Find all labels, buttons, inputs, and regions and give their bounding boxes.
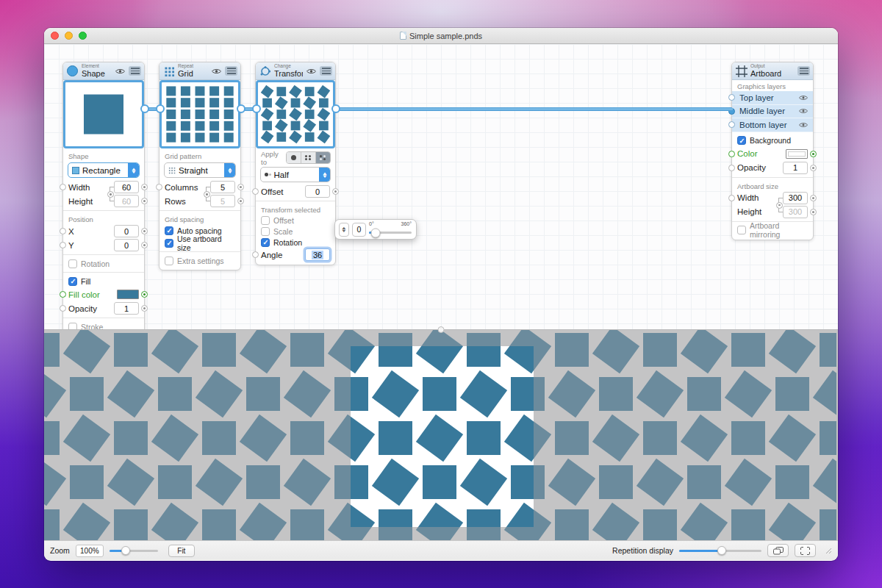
node-menu-icon[interactable]: [225, 66, 237, 76]
zoom-value-input[interactable]: 100%: [76, 545, 104, 557]
width-input-port[interactable]: [728, 195, 735, 201]
top-layer-port[interactable]: [728, 94, 735, 101]
columns-input[interactable]: 5: [210, 181, 235, 193]
height-input[interactable]: 300: [783, 206, 808, 218]
background-color-swatch[interactable]: [786, 149, 808, 159]
fill-color-output-port[interactable]: [141, 291, 148, 298]
eye-icon[interactable]: [115, 68, 126, 74]
rotation-checkbox[interactable]: [261, 238, 270, 247]
width-input-port[interactable]: [60, 184, 66, 190]
node-transform[interactable]: Change Transform Apply to: [255, 62, 336, 265]
node-menu-icon[interactable]: [129, 66, 141, 76]
offset-checkbox-row[interactable]: Offset: [256, 215, 335, 226]
node-artboard[interactable]: Output Artboard Graphics layers Top laye…: [731, 62, 814, 240]
eye-icon[interactable]: [211, 68, 222, 74]
transform-output-port[interactable]: [331, 104, 340, 113]
repetition-slider-knob[interactable]: [717, 546, 726, 555]
pattern-preview-area[interactable]: [44, 329, 838, 540]
node-artboard-header[interactable]: Output Artboard: [732, 62, 813, 80]
angle-slider[interactable]: 0° 360°: [369, 220, 412, 239]
window-titlebar[interactable]: Simple sample.pnds: [44, 28, 838, 44]
zoom-slider-knob[interactable]: [121, 546, 130, 555]
layer-row-bottom[interactable]: Bottom layer: [732, 118, 813, 132]
angle-input[interactable]: 36: [305, 248, 330, 261]
background-checkbox-row[interactable]: Background: [732, 135, 813, 147]
bottom-layer-port[interactable]: [728, 121, 735, 128]
stepper-icon[interactable]: ▲▼: [319, 168, 330, 182]
angle-slider-track[interactable]: [369, 232, 412, 234]
width-output-port[interactable]: [141, 184, 148, 190]
height-input[interactable]: 60: [114, 195, 139, 207]
apply-grid-segment[interactable]: [301, 152, 315, 163]
opacity-output-port[interactable]: [141, 305, 148, 312]
background-checkbox[interactable]: [737, 136, 746, 145]
apply-all-segment[interactable]: [287, 152, 301, 163]
transform-input-port[interactable]: [252, 104, 261, 113]
fill-checkbox[interactable]: [68, 277, 77, 286]
splitter-handle[interactable]: [438, 326, 445, 333]
node-shape-header[interactable]: Element Shape: [63, 62, 144, 80]
stepper-icon[interactable]: ▲▼: [224, 163, 235, 177]
apply-to-segmented-control[interactable]: [286, 151, 331, 164]
node-menu-icon[interactable]: [797, 66, 810, 76]
eye-icon[interactable]: [797, 108, 808, 114]
fullscreen-button[interactable]: [795, 544, 816, 557]
node-transform-header[interactable]: Change Transform: [256, 62, 335, 80]
x-input-port[interactable]: [60, 228, 66, 234]
width-output-port[interactable]: [810, 195, 817, 201]
offset-input[interactable]: 0: [305, 185, 330, 198]
popover-value-input[interactable]: 0: [352, 223, 366, 237]
node-grid-header[interactable]: Repeat Grid: [159, 62, 240, 80]
repetition-slider[interactable]: [679, 550, 761, 552]
mirroring-checkbox-row[interactable]: Artboard mirroring: [732, 224, 813, 237]
half-mode-select[interactable]: Half ▲▼: [260, 167, 331, 182]
connection-transform-artboard[interactable]: [337, 107, 733, 111]
extra-settings-checkbox[interactable]: [165, 257, 173, 265]
node-grid[interactable]: Repeat Grid Grid pattern Straight: [159, 62, 241, 270]
rotation-checkbox-row[interactable]: Rotation: [63, 257, 144, 270]
y-output-port[interactable]: [141, 242, 148, 248]
fit-button[interactable]: Fit: [168, 545, 195, 557]
stepper-icon[interactable]: ▲▼: [128, 163, 139, 177]
height-output-port[interactable]: [810, 209, 817, 215]
use-artboard-checkbox-row[interactable]: Use artboard size: [159, 237, 240, 249]
layer-row-top[interactable]: Top layer: [732, 91, 813, 105]
grid-output-port[interactable]: [237, 104, 245, 113]
angle-slider-knob[interactable]: [371, 228, 381, 237]
shape-output-port[interactable]: [140, 104, 149, 113]
fill-checkbox-row[interactable]: Fill: [63, 275, 144, 287]
width-input[interactable]: 300: [783, 192, 808, 204]
eye-icon[interactable]: [306, 68, 317, 74]
opacity-output-port[interactable]: [810, 165, 817, 171]
height-output-port[interactable]: [141, 198, 148, 204]
grid-input-port[interactable]: [156, 104, 165, 113]
offset-output-port[interactable]: [332, 188, 339, 195]
mirroring-checkbox[interactable]: [737, 226, 746, 234]
x-input[interactable]: 0: [114, 225, 139, 237]
width-input[interactable]: 60: [114, 181, 139, 193]
rows-output-port[interactable]: [237, 198, 244, 204]
scale-checkbox[interactable]: [261, 227, 270, 236]
color-input-port[interactable]: [728, 151, 735, 157]
columns-input-port[interactable]: [156, 184, 162, 190]
columns-output-port[interactable]: [237, 184, 244, 190]
resize-grip[interactable]: [825, 547, 832, 554]
node-canvas[interactable]: Element Shape Shape Rectangle: [44, 44, 838, 329]
scale-checkbox-row[interactable]: Scale: [256, 226, 335, 237]
grid-pattern-select[interactable]: Straight ▲▼: [164, 162, 236, 178]
use-artboard-checkbox[interactable]: [165, 239, 173, 248]
rotation-checkbox[interactable]: [68, 259, 77, 268]
opacity-input[interactable]: 1: [114, 302, 139, 315]
extra-settings-checkbox-row[interactable]: Extra settings: [159, 254, 240, 267]
opacity-input-port[interactable]: [60, 305, 66, 312]
x-output-port[interactable]: [141, 228, 148, 234]
eye-icon[interactable]: [797, 95, 808, 101]
zoom-slider[interactable]: [110, 550, 158, 552]
auto-spacing-checkbox[interactable]: [165, 226, 173, 235]
link-columns-rows[interactable]: [206, 187, 210, 201]
eye-icon[interactable]: [797, 122, 808, 128]
rows-input[interactable]: 5: [210, 195, 235, 207]
opacity-input[interactable]: 1: [783, 162, 808, 174]
tile-view-button[interactable]: [767, 544, 789, 557]
y-input[interactable]: 0: [114, 239, 139, 251]
